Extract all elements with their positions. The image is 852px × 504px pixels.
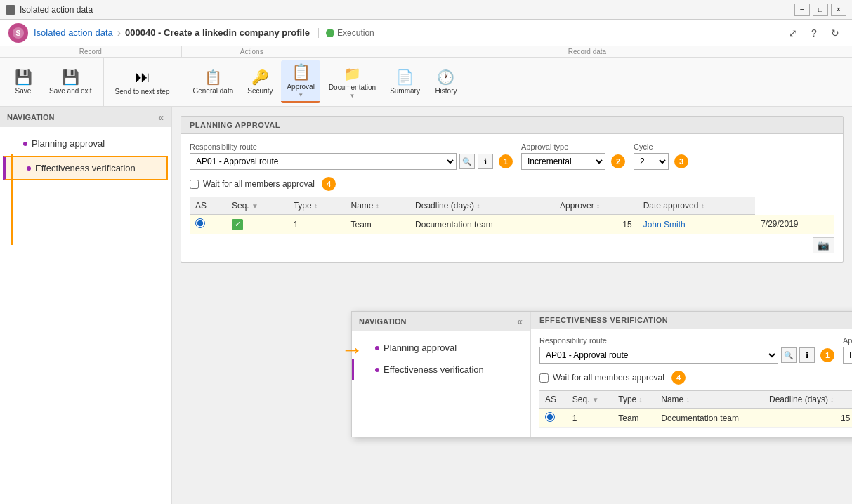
ev-nav-planning[interactable]: Planning approval xyxy=(352,337,530,359)
breadcrumb-separator: › xyxy=(117,27,121,39)
approval-icon: 📋 xyxy=(291,63,310,81)
ev-approval-type-select[interactable]: Incremental xyxy=(843,347,852,364)
ev-inner-layout: NAVIGATION « Planning approval Effective… xyxy=(352,312,852,437)
documentation-icon: 📁 xyxy=(343,65,361,82)
ev-wait-checkbox[interactable] xyxy=(539,373,549,383)
next-step-label: Send to next step xyxy=(115,88,170,95)
responsibility-route-label: Responsibility route xyxy=(190,142,513,151)
ev-sidebar-header: NAVIGATION « xyxy=(352,312,530,331)
responsibility-route-select[interactable]: AP01 - Approval route xyxy=(190,153,457,170)
ev-col-name[interactable]: Name ↕ xyxy=(655,391,763,409)
documentation-button[interactable]: 📁 Documentation ▼ xyxy=(323,62,381,102)
toolbar-buttons: 💾 Save 💾 Save and exit ⏭ Send to next st… xyxy=(0,58,852,106)
history-label: History xyxy=(435,87,457,95)
check-icon: ✓ xyxy=(232,219,243,230)
route-pick-button[interactable]: 🔍 xyxy=(459,154,475,169)
ev-route-info-button[interactable]: ℹ xyxy=(799,347,815,363)
close-button[interactable]: × xyxy=(831,4,846,16)
ev-col-seq[interactable]: Seq. ▼ xyxy=(567,391,612,409)
ev-approval-type-field: Approval type Incremental 2 xyxy=(843,336,852,364)
route-info-button[interactable]: ℹ xyxy=(478,154,493,169)
general-icon: 📋 xyxy=(204,69,222,86)
ev-nav-planning-label: Planning approval xyxy=(384,343,457,353)
sidebar-item-effectiveness-verification[interactable]: Effectiveness verification xyxy=(3,156,168,180)
ev-cell-type: Team xyxy=(612,409,655,428)
col-seq[interactable]: Seq. ▼ xyxy=(226,197,288,215)
summary-button[interactable]: 📄 Summary xyxy=(384,66,426,98)
ev-route-label: Responsibility route xyxy=(539,336,834,345)
breadcrumb: Isolated action data › 000040 - Create a… xyxy=(34,27,310,39)
breadcrumb-current: 000040 - Create a linkedin company profi… xyxy=(125,27,310,38)
title-bar: Isolated action data − □ × xyxy=(0,0,852,20)
badge-3: 3 xyxy=(674,154,688,168)
history-button[interactable]: 🕐 History xyxy=(428,66,464,98)
wait-label: Wait for all members approval xyxy=(203,179,315,189)
ev-nav-effectiveness[interactable]: Effectiveness verification xyxy=(352,359,530,380)
ev-nav-label: NAVIGATION xyxy=(359,317,406,326)
ev-row-radio[interactable] xyxy=(545,412,555,422)
record-data-section: 📋 General data 🔑 Security 📋 Approval ▼ 📁… xyxy=(181,58,468,106)
ev-cell-deadline: 15 xyxy=(763,409,852,428)
status-badge: Execution xyxy=(318,28,374,38)
ev-nav-bullet-1 xyxy=(375,346,379,350)
col-date-approved[interactable]: Date approved ↕ xyxy=(638,197,755,215)
content-area: PLANNING APPROVAL Responsibility route A… xyxy=(172,107,852,271)
summary-icon: 📄 xyxy=(396,69,414,86)
planning-form-row: Responsibility route AP01 - Approval rou… xyxy=(190,142,834,170)
maximize-button[interactable]: □ xyxy=(813,4,828,16)
approval-button[interactable]: 📋 Approval ▼ xyxy=(281,60,320,103)
breadcrumb-root[interactable]: Isolated action data xyxy=(34,27,113,38)
planning-approval-header: PLANNING APPROVAL xyxy=(181,117,843,134)
refresh-icon[interactable]: ↻ xyxy=(827,25,844,41)
sidebar-collapse-button[interactable]: « xyxy=(158,112,164,123)
ev-table-row[interactable]: 1 Team Documentation team 15 xyxy=(539,409,852,428)
next-step-icon: ⏭ xyxy=(135,68,150,86)
app-logo: S xyxy=(8,23,28,43)
ev-sidebar: NAVIGATION « Planning approval Effective… xyxy=(352,312,531,437)
approval-label: Approval xyxy=(287,83,314,91)
security-button[interactable]: 🔑 Security xyxy=(242,66,278,98)
next-step-button[interactable]: ⏭ Send to next step xyxy=(110,65,176,98)
table-row[interactable]: ✓ 1 Team Documentation team 15 John Smit… xyxy=(190,215,834,234)
ev-nav: Planning approval Effectiveness verifica… xyxy=(352,331,530,386)
save-button[interactable]: 💾 Save xyxy=(6,66,41,98)
cycle-select[interactable]: 2 xyxy=(634,153,669,170)
ev-col-type[interactable]: Type ↕ xyxy=(612,391,655,409)
col-approver[interactable]: Approver ↕ xyxy=(554,197,638,215)
save-exit-label: Save and exit xyxy=(49,87,92,95)
camera-button[interactable]: 📷 xyxy=(813,237,834,253)
ev-cell-name: Documentation team xyxy=(655,409,763,428)
cell-type: Team xyxy=(345,215,409,234)
row-radio[interactable] xyxy=(195,218,205,228)
general-data-button[interactable]: 📋 General data xyxy=(187,66,239,98)
toolbar: Record Actions Record data 💾 Save 💾 Save… xyxy=(0,46,852,107)
sidebar-item-planning-approval[interactable]: Planning approval xyxy=(0,133,171,154)
help-icon[interactable]: ? xyxy=(806,25,822,41)
minimize-button[interactable]: − xyxy=(794,4,810,16)
expand-icon[interactable]: ⤢ xyxy=(785,25,801,41)
save-exit-button[interactable]: 💾 Save and exit xyxy=(44,66,98,98)
cycle-label: Cycle xyxy=(634,142,688,151)
col-deadline[interactable]: Deadline (days) ↕ xyxy=(409,197,554,215)
effectiveness-verification-panel: NAVIGATION « Planning approval Effective… xyxy=(351,311,852,437)
cycle-field: Cycle 2 3 xyxy=(634,142,688,170)
col-name[interactable]: Name ↕ xyxy=(345,197,409,215)
ev-badge-1: 1 xyxy=(820,348,834,362)
ev-route-pick-button[interactable]: 🔍 xyxy=(781,347,797,363)
ev-col-deadline[interactable]: Deadline (days) ↕ xyxy=(763,391,852,409)
ev-collapse-button[interactable]: « xyxy=(517,316,523,327)
ev-route-select[interactable]: AP01 - Approval route xyxy=(539,347,778,364)
ev-nav-effectiveness-label: Effectiveness verification xyxy=(384,364,484,375)
navigation-label: NAVIGATION xyxy=(7,113,54,121)
svg-text:S: S xyxy=(15,29,20,37)
ev-responsibility-route-field: Responsibility route AP01 - Approval rou… xyxy=(539,336,834,364)
cell-date-approved: 7/29/2019 xyxy=(755,215,834,234)
security-label: Security xyxy=(247,87,273,95)
approval-type-select[interactable]: Incremental xyxy=(521,153,605,170)
wait-checkbox[interactable] xyxy=(190,180,199,189)
summary-label: Summary xyxy=(390,87,420,95)
col-type[interactable]: Type ↕ xyxy=(288,197,346,215)
ev-table: AS Seq. ▼ Type ↕ Name ↕ Deadline (days) … xyxy=(539,390,852,428)
ev-cell-seq: 1 xyxy=(567,409,612,428)
general-label: General data xyxy=(192,87,233,95)
